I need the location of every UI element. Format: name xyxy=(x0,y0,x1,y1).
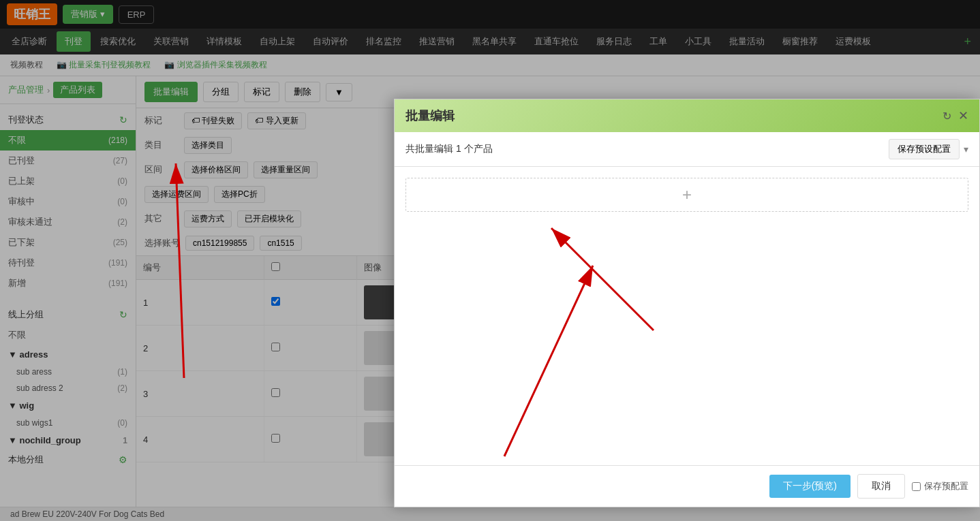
modal-overlay: 批量编辑 ↻ ✕ 共批量编辑 1 个产品 保存预设配置 ▾ + xyxy=(0,0,980,521)
svg-line-1 xyxy=(551,228,654,330)
modal-subheader: 共批量编辑 1 个产品 保存预设配置 ▾ xyxy=(395,132,979,167)
modal-save-config-dropdown[interactable]: ▾ xyxy=(964,144,968,155)
add-field-icon: + xyxy=(682,185,692,204)
modal-header: 批量编辑 ↻ ✕ xyxy=(395,99,979,132)
modal-footer: 下一步(预览) 取消 保存预配置 xyxy=(395,465,979,507)
modal-save-config-btn[interactable]: 保存预设配置 xyxy=(889,139,960,159)
save-config-check-label: 保存预配置 xyxy=(924,480,968,492)
modal-close-btn[interactable]: ✕ xyxy=(958,108,968,123)
modal-title: 批量编辑 xyxy=(405,108,455,124)
save-config-checkbox[interactable] xyxy=(912,482,921,491)
modal-add-field-btn[interactable]: + xyxy=(405,178,968,212)
save-config-check: 保存预配置 xyxy=(912,480,968,492)
arrow-indicator xyxy=(531,208,701,344)
modal-refresh-btn[interactable]: ↻ xyxy=(943,110,951,123)
cancel-btn[interactable]: 取消 xyxy=(857,474,905,499)
modal-count-text: 共批量编辑 1 个产品 xyxy=(405,143,493,155)
next-btn[interactable]: 下一步(预览) xyxy=(769,475,851,498)
batch-edit-modal: 批量编辑 ↻ ✕ 共批量编辑 1 个产品 保存预设配置 ▾ + xyxy=(394,99,980,507)
modal-header-actions: ↻ ✕ xyxy=(943,108,968,123)
modal-body: + xyxy=(395,167,979,465)
modal-footer-right: 下一步(预览) 取消 保存预配置 xyxy=(769,474,968,499)
